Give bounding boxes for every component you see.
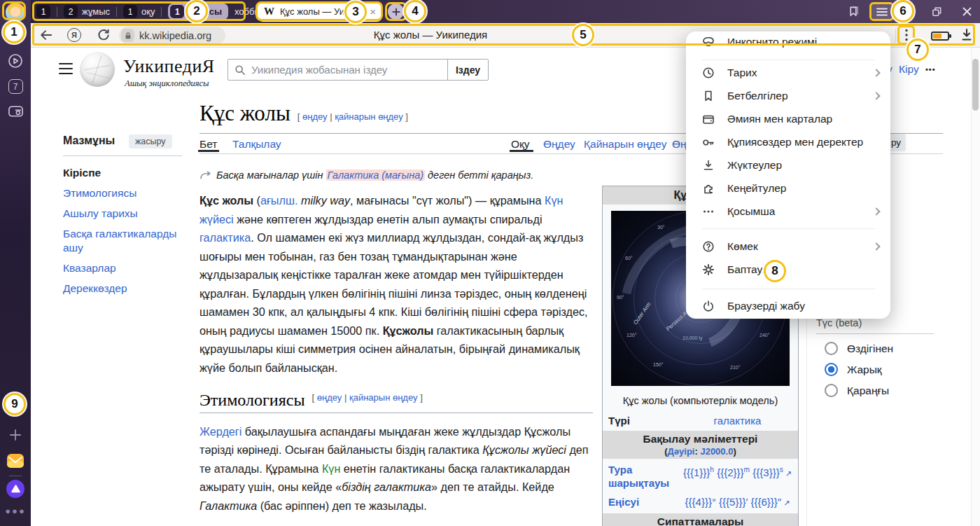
paragraph-intro: Құс жолы (ағылш. milky way, мағынасы "сү… [200,191,593,377]
scrollbar-track[interactable] [971,48,980,526]
radio-icon[interactable] [825,384,838,397]
back-button[interactable] [39,29,53,43]
ra-value[interactable]: {{{1}}}h {{{2}}}m {{{3}}}s ↗ [682,463,792,480]
section-edit-links[interactable]: [ өңдеу | қайнарын өңдеу ] [312,389,423,410]
wallet-icon [701,112,715,126]
new-tab-button[interactable] [388,4,404,20]
alice-icon [6,480,24,498]
dec-value[interactable]: {{{4}}}° {{{5}}}′ {{{6}}}″ ↗ [682,495,792,510]
plus-icon [9,429,22,441]
tab-page-active-bar [198,150,219,152]
menu-item-label: Кеңейтулер [727,182,786,195]
screenshot-button[interactable] [0,104,31,118]
menu-item-wallet[interactable]: Әмиян мен карталар [686,107,890,130]
tab-edit[interactable]: Өңдеу [543,138,575,151]
wiki-site-title[interactable]: УикипедиЯ [123,56,215,77]
scale-label: 10,000 ly [682,335,702,340]
color-option-light[interactable]: Жарық [825,363,882,376]
toc-item-sources[interactable]: Дереккөздер [63,282,183,296]
url-text: kk.wikipedia.org [139,30,211,41]
ssl-lock-icon[interactable] [121,29,134,42]
menu-divider [701,228,875,229]
tab-group-study[interactable]: 1 оқу [123,5,155,18]
battery-icon[interactable] [931,32,949,41]
chevron-right-icon [872,242,880,250]
article-edit-links[interactable]: [ өңдеу | қайнарын өңдеу ] [298,111,408,124]
yandex-button[interactable]: Я [67,28,81,42]
user-avatar[interactable] [6,3,25,22]
toc-hide-button[interactable]: жасыру [129,134,172,148]
downloads-button[interactable] [960,28,973,43]
wikipedia-logo[interactable] [80,52,115,87]
dec-label-link[interactable]: Еңісуі [608,495,682,508]
wiki-search-box[interactable]: Уикипедия жобасынан іздеу Іздеу [227,59,489,81]
window-restore-button[interactable] [931,6,943,20]
search-button[interactable]: Іздеу [447,60,488,80]
tab-group-divider [116,7,117,17]
section-title: Этимологиясы [200,391,305,409]
color-option-dark[interactable]: Қараңғы [825,384,889,397]
menu-item-downloads[interactable]: Жүктеулер [686,153,890,177]
menu-item-more[interactable]: Қосымша [686,200,890,223]
history-icon [701,66,715,80]
help-icon [701,240,715,254]
tab-close-icon[interactable]: × [370,6,376,17]
video-player-button[interactable] [0,53,31,69]
toc-item-quasars[interactable]: Квазарлар [63,261,183,275]
play-circle-icon [8,53,23,69]
toc-item-discovery[interactable]: Ашылу тарихы [63,207,183,221]
tab-group-count-badge: 1 [170,5,184,18]
sidebar-add-button[interactable] [0,429,31,441]
yandex-glyph-icon: Я [71,31,77,39]
color-option-auto[interactable]: Өздігінен [825,342,893,355]
settings-gear-icon [701,263,715,277]
menu-item-label: Бетбелгілер [727,90,788,102]
mail-icon [6,452,24,470]
menu-item-incognito[interactable]: Инкогнито режимі [686,33,890,51]
scrollbar-thumb[interactable] [972,59,979,111]
browser-menu-button[interactable] [872,4,892,20]
tabs-counter-button[interactable]: 7 [0,79,31,94]
wiki-site-subtitle: Ашық энциклопедиясы [125,78,209,89]
menu-item-bookmarks[interactable]: Бетбелгілер [686,84,890,107]
menu-item-extensions[interactable]: Кеңейтулер [686,177,890,200]
annotation-circle-5: 5 [572,24,594,46]
search-input[interactable]: Уикипедия жобасынан іздеу [251,64,447,76]
toc-item-etymology[interactable]: Этимологиясы [63,186,183,200]
url-bar[interactable]: kk.wikipedia.org [119,27,225,44]
menu-item-history[interactable]: Тарих [686,61,890,84]
alice-assistant-button[interactable] [0,480,31,498]
menu-item-passwords[interactable]: Құпиясөздер мен деректер [686,130,890,153]
ra-label-link[interactable]: Тура шарықтауы [608,463,682,490]
tab-read[interactable]: Оқу [511,138,530,151]
tab-group-count-badge: 2 [64,5,78,18]
tab-talk[interactable]: Талқылау [232,138,281,151]
type-value-link[interactable]: галактика [682,414,792,427]
toc-item-other-galaxies[interactable]: Басқа галактикаларды ашу [63,227,183,255]
wiki-main-menu-button[interactable] [59,63,73,74]
wiki-login-link[interactable]: Кіру [899,63,919,76]
type-label: Түрі [608,414,682,427]
menu-item-settings[interactable]: Баптаулар [686,258,890,281]
menu-item-help[interactable]: Көмек [686,235,890,258]
sidebar-more-icon[interactable]: ●●● [0,506,31,516]
reload-button[interactable] [97,28,110,43]
tab-group-collapsed[interactable]: 1 [36,5,50,18]
side-panel-bookmarks-icon[interactable] [847,5,861,20]
toc-item-intro[interactable]: Кіріспе [63,166,183,180]
article-heading: Құс жолы [ өңдеу | қайнарын өңдеу ] [200,102,408,124]
tab-group-work[interactable]: 2 жұмыс [64,5,110,18]
redirect-arrow-icon [200,171,211,180]
tab-edit-source[interactable]: Қайнарын өңдеу [584,138,667,151]
hatnote-text: Басқа мағыналар үшін Галактика (мағына) … [216,168,533,182]
radio-icon[interactable] [825,342,838,355]
window-close-button[interactable] [962,6,972,19]
tab-page[interactable]: Бет [200,138,217,151]
menu-item-close-browser[interactable]: Браузерді жабу [686,294,890,317]
wiki-more-tools-icon[interactable]: ••• [925,65,936,74]
tab-group-divider [57,7,57,17]
epoch-line[interactable]: (Дәуірі: J2000.0) [606,446,795,457]
mail-button[interactable] [0,452,31,470]
radio-icon[interactable] [825,363,838,376]
radio-label: Қараңғы [847,385,889,397]
